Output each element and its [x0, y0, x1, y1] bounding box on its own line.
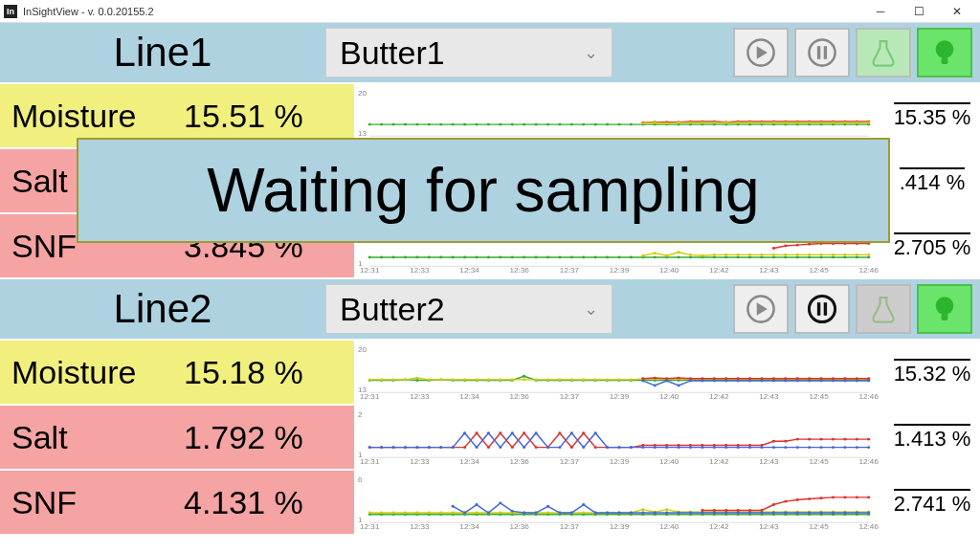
svg-point-75 — [665, 121, 668, 124]
svg-point-249 — [439, 378, 442, 381]
line2-flask-button[interactable] — [856, 284, 911, 334]
window-title: InSightView - v. 0.0.20155.2 — [23, 6, 154, 17]
svg-point-86 — [796, 121, 799, 124]
content-area: Line1 Butter1 ⌄ Moisture 15.51 % 201312:… — [0, 23, 980, 551]
svg-point-322 — [832, 380, 835, 383]
svg-point-169 — [867, 253, 870, 256]
line2-header: Line2 Butter2 ⌄ — [0, 279, 980, 341]
line2-play-button[interactable] — [733, 284, 789, 334]
svg-point-244 — [380, 378, 383, 381]
line2-pause-button[interactable] — [794, 284, 850, 334]
svg-point-261 — [582, 378, 585, 381]
svg-point-560 — [856, 512, 858, 515]
svg-point-549 — [724, 512, 727, 515]
line1-play-button[interactable] — [733, 28, 789, 77]
svg-text:12:45: 12:45 — [809, 457, 829, 465]
svg-point-124 — [570, 255, 573, 258]
svg-point-5 — [936, 40, 954, 58]
svg-rect-3 — [817, 46, 820, 59]
svg-text:12:46: 12:46 — [859, 522, 880, 530]
svg-point-399 — [558, 446, 561, 449]
svg-point-381 — [856, 438, 858, 441]
svg-point-424 — [856, 446, 858, 449]
svg-point-147 — [843, 255, 846, 258]
svg-text:12:40: 12:40 — [659, 457, 679, 465]
svg-point-117 — [487, 255, 490, 258]
svg-text:12:42: 12:42 — [709, 522, 729, 530]
svg-point-14 — [415, 123, 418, 126]
svg-text:12:31: 12:31 — [360, 457, 380, 465]
svg-point-82 — [748, 121, 751, 124]
svg-point-253 — [487, 378, 490, 381]
svg-point-121 — [535, 255, 538, 258]
svg-point-562 — [701, 509, 703, 512]
svg-point-353 — [523, 431, 525, 434]
svg-point-166 — [832, 253, 835, 256]
svg-point-171 — [784, 245, 787, 248]
line1-flask-button[interactable] — [856, 28, 911, 77]
svg-point-167 — [843, 253, 846, 256]
svg-point-127 — [606, 255, 609, 258]
svg-point-81 — [737, 121, 740, 124]
svg-point-148 — [856, 255, 858, 258]
svg-point-529 — [487, 512, 490, 515]
svg-text:12:39: 12:39 — [610, 392, 630, 400]
chevron-down-icon: ⌄ — [584, 298, 598, 320]
svg-point-555 — [796, 512, 799, 515]
svg-text:12:43: 12:43 — [759, 457, 779, 465]
minimize-button[interactable]: ─ — [861, 1, 900, 22]
svg-point-324 — [856, 380, 858, 383]
svg-point-12 — [392, 123, 395, 126]
svg-point-158 — [737, 253, 740, 256]
svg-point-534 — [546, 505, 549, 508]
svg-point-265 — [630, 378, 633, 381]
svg-point-139 — [748, 255, 751, 258]
svg-text:12:34: 12:34 — [459, 392, 479, 400]
svg-text:12:45: 12:45 — [809, 522, 829, 530]
close-button[interactable]: ✕ — [938, 1, 976, 22]
line1-product-select[interactable]: Butter1 ⌄ — [325, 28, 612, 77]
svg-point-323 — [843, 380, 846, 383]
svg-text:12:33: 12:33 — [410, 392, 430, 400]
svg-point-574 — [843, 496, 846, 498]
svg-point-573 — [832, 496, 835, 498]
line2-bulb-button[interactable] — [917, 284, 972, 334]
line1-salt-avg: .414 % — [884, 149, 980, 212]
svg-point-536 — [570, 512, 573, 515]
line2-snf-label: SNF 4.131 % — [0, 471, 354, 534]
svg-point-245 — [392, 378, 395, 381]
line1-bulb-button[interactable] — [917, 28, 972, 77]
app-icon: In — [4, 5, 17, 18]
svg-text:12:39: 12:39 — [610, 522, 630, 530]
svg-text:12:31: 12:31 — [360, 392, 380, 400]
svg-point-164 — [808, 253, 811, 256]
svg-point-320 — [808, 380, 811, 383]
svg-point-112 — [428, 255, 431, 258]
svg-point-380 — [843, 438, 846, 441]
svg-point-546 — [689, 512, 692, 515]
svg-point-486 — [404, 512, 407, 515]
line2-product-select[interactable]: Butter2 ⌄ — [325, 284, 612, 334]
svg-point-32 — [630, 123, 633, 126]
svg-point-494 — [499, 512, 501, 515]
svg-point-532 — [523, 512, 525, 515]
svg-point-564 — [724, 509, 727, 512]
maximize-button[interactable]: ☐ — [900, 1, 938, 22]
line2-snf-avg: 2.741 % — [884, 471, 980, 534]
window-titlebar: In InSightView - v. 0.0.20155.2 ─ ☐ ✕ — [0, 0, 980, 23]
svg-point-162 — [784, 253, 787, 256]
svg-point-375 — [784, 440, 787, 443]
svg-point-397 — [535, 431, 538, 434]
svg-point-91 — [856, 121, 858, 124]
svg-point-412 — [713, 446, 716, 449]
svg-point-90 — [843, 121, 846, 124]
svg-point-321 — [820, 380, 823, 383]
svg-point-30 — [606, 123, 609, 126]
line2-moisture-avg: 15.32 % — [884, 341, 980, 404]
svg-point-31 — [617, 123, 620, 126]
svg-point-15 — [428, 123, 431, 126]
line1-pause-button[interactable] — [794, 28, 850, 77]
svg-point-250 — [452, 378, 455, 381]
svg-point-131 — [654, 255, 657, 258]
svg-point-85 — [784, 121, 787, 124]
